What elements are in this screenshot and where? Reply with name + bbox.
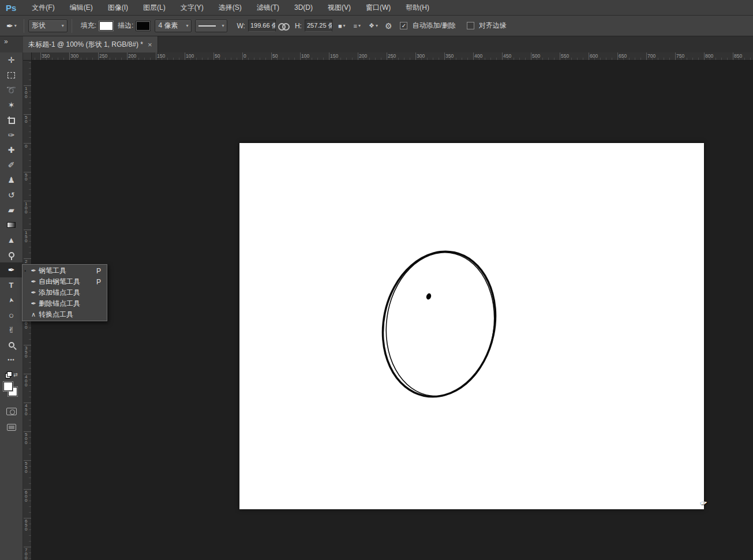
auto-add-delete-checkbox[interactable]: ✓ xyxy=(400,22,407,29)
menu-item[interactable]: 图像(I) xyxy=(100,0,136,15)
toolbar-more-icon: ••• xyxy=(8,358,14,363)
ruler-tick xyxy=(156,52,156,60)
tool-move-tool[interactable]: ✛ xyxy=(0,52,23,67)
stroke-width-select[interactable]: 4 像素 ▾ xyxy=(155,20,192,32)
pen-tool-icon: ✒ xyxy=(6,21,13,31)
pen-tool-icon: ✒ xyxy=(28,267,39,275)
document-tab-title: 未标题-1 @ 100% (形状 1, RGB/8#) * xyxy=(28,40,143,50)
rectangular-marquee-tool-icon xyxy=(8,72,15,78)
ruler-label: 100 xyxy=(301,53,309,59)
default-colors-control[interactable]: ⇄ xyxy=(0,371,23,379)
ruler-label: 600 xyxy=(590,53,598,59)
tool-pen-tool[interactable]: ✒ xyxy=(0,262,23,277)
menu-item[interactable]: 选择(S) xyxy=(211,0,249,15)
swap-colors-icon[interactable]: ⇄ xyxy=(13,372,18,378)
tool-type-tool[interactable]: T xyxy=(0,277,23,292)
tool-ellipse-tool[interactable]: ○ xyxy=(0,307,23,322)
tool-gradient-tool[interactable] xyxy=(0,217,23,232)
tool-lasso-tool[interactable]: ➰ xyxy=(0,82,23,97)
gear-icon: ⚙ xyxy=(385,21,392,31)
menu-item[interactable]: 编辑(E) xyxy=(62,0,100,15)
tool-clone-stamp-tool[interactable]: ♟ xyxy=(0,172,23,187)
separator xyxy=(72,19,72,33)
ruler-tick xyxy=(675,52,676,60)
tool-eyedropper-tool[interactable]: ✑ xyxy=(0,127,23,142)
flyout-item-freeform-pen-tool[interactable]: ✒自由钢笔工具P xyxy=(23,276,107,287)
tool-history-brush-tool[interactable]: ↺ xyxy=(0,187,23,202)
ruler-label: 300 xyxy=(417,53,425,59)
freeform-pen-tool-icon: ✒ xyxy=(28,278,39,285)
photoshop-app: { "colors": { "accent_blue": "#6cb8e8", … xyxy=(0,0,753,560)
collapse-toolbar-button[interactable]: » xyxy=(0,36,23,52)
path-arrangement-button[interactable]: ❖ ▾ xyxy=(366,20,380,32)
align-edges-checkbox[interactable]: ✓ xyxy=(467,22,474,29)
ruler-label: 150 xyxy=(330,53,338,59)
tool-eraser-tool[interactable]: ▰ xyxy=(0,202,23,217)
menu-items: 文件(F)编辑(E)图像(I)图层(L)文字(Y)选择(S)滤镜(T)3D(D)… xyxy=(24,0,437,15)
menu-item[interactable]: 视图(V) xyxy=(320,0,358,15)
ruler-tick xyxy=(560,52,560,60)
tool-dodge-tool[interactable] xyxy=(0,247,23,262)
ruler-label: 100 xyxy=(186,53,194,59)
close-tab-icon[interactable]: × xyxy=(148,40,152,49)
ellipse-tool-icon: ○ xyxy=(9,311,14,320)
ruler-tick xyxy=(40,52,41,60)
path-selection-tool-icon: ➤ xyxy=(8,297,14,303)
chevron-down-icon: ▾ xyxy=(343,24,346,28)
geometry-options-button[interactable]: ⚙ xyxy=(385,21,392,31)
menu-item[interactable]: 帮助(H) xyxy=(398,0,437,15)
tool-hand-tool[interactable]: ✌ xyxy=(0,322,23,337)
align-edges-label: 对齐边缘 xyxy=(479,21,507,31)
document-tab[interactable]: 未标题-1 @ 100% (形状 1, RGB/8#) * × xyxy=(23,36,158,52)
stroke-swatch[interactable] xyxy=(136,21,150,31)
flyout-item-delete-anchor-point-tool[interactable]: ✒删除锚点工具 xyxy=(23,298,107,309)
menu-item[interactable]: 滤镜(T) xyxy=(249,0,287,15)
ruler-tick xyxy=(444,52,445,60)
flyout-item-pen-tool[interactable]: ▪✒钢笔工具P xyxy=(23,265,107,276)
options-bar: ✒ ▾ 形状 ▾ 填充: 描边: 4 像素 ▾ ▾ W: 199.66 像 H:… xyxy=(0,16,753,36)
foreground-color-swatch[interactable] xyxy=(3,382,13,391)
tool-mode-select[interactable]: 形状 ▾ xyxy=(28,20,68,32)
stroke-style-select[interactable]: ▾ xyxy=(195,20,227,32)
chevron-down-icon: ▾ xyxy=(14,24,17,28)
ruler-tick xyxy=(387,52,387,60)
height-label: H: xyxy=(295,22,302,30)
menu-item[interactable]: 窗口(W) xyxy=(358,0,398,15)
horizontal-ruler[interactable]: 3503002502001501005005010015020025030035… xyxy=(32,52,753,61)
tool-brush-tool[interactable]: ✐ xyxy=(0,157,23,172)
move-tool-icon: ✛ xyxy=(8,56,15,64)
ruler-tick xyxy=(127,52,128,60)
path-alignment-button[interactable]: ≡ ▾ xyxy=(351,20,363,32)
quick-mask-button[interactable] xyxy=(0,405,23,418)
canvas[interactable] xyxy=(239,143,704,509)
fill-swatch[interactable] xyxy=(99,21,113,31)
tool-quick-selection-tool[interactable]: ✶ xyxy=(0,97,23,112)
ruler-tick xyxy=(415,52,416,60)
clone-stamp-tool-icon: ♟ xyxy=(8,176,15,184)
flyout-item-add-anchor-point-tool[interactable]: ✒添加锚点工具 xyxy=(23,287,107,298)
tool-spot-healing-brush-tool[interactable]: ✚ xyxy=(0,142,23,157)
screen-mode-button[interactable] xyxy=(0,421,23,434)
tool-preset-dropdown[interactable]: ✒ ▾ xyxy=(3,20,20,32)
ruler-label: 650 xyxy=(25,519,27,531)
brush-tool-icon: ✐ xyxy=(8,161,15,169)
pasteboard[interactable]: ✒ xyxy=(32,61,753,560)
tool-rectangular-marquee-tool[interactable] xyxy=(0,67,23,82)
link-dimensions-icon[interactable] xyxy=(278,23,288,29)
tool-toolbar-more[interactable]: ••• xyxy=(0,352,23,367)
ruler-label: 150 xyxy=(25,231,27,243)
menu-item[interactable]: 3D(D) xyxy=(287,0,320,15)
menu-item[interactable]: 文字(Y) xyxy=(173,0,211,15)
ruler-tick xyxy=(531,52,531,60)
tool-zoom-tool[interactable] xyxy=(0,337,23,352)
flyout-item-convert-point-tool[interactable]: ∧转换点工具 xyxy=(23,309,107,320)
shape-height-field[interactable]: 257.25 像 xyxy=(305,20,332,32)
menu-item[interactable]: 图层(L) xyxy=(136,0,173,15)
chevron-down-icon: ▾ xyxy=(376,24,378,28)
menu-item[interactable]: 文件(F) xyxy=(24,0,62,15)
path-operations-button[interactable]: ■ ▾ xyxy=(336,20,348,32)
shape-width-field[interactable]: 199.66 像 xyxy=(248,20,276,32)
tool-crop-tool[interactable] xyxy=(0,112,23,127)
tool-blur-tool[interactable]: ▲ xyxy=(0,232,23,247)
tool-path-selection-tool[interactable]: ➤ xyxy=(0,292,23,307)
